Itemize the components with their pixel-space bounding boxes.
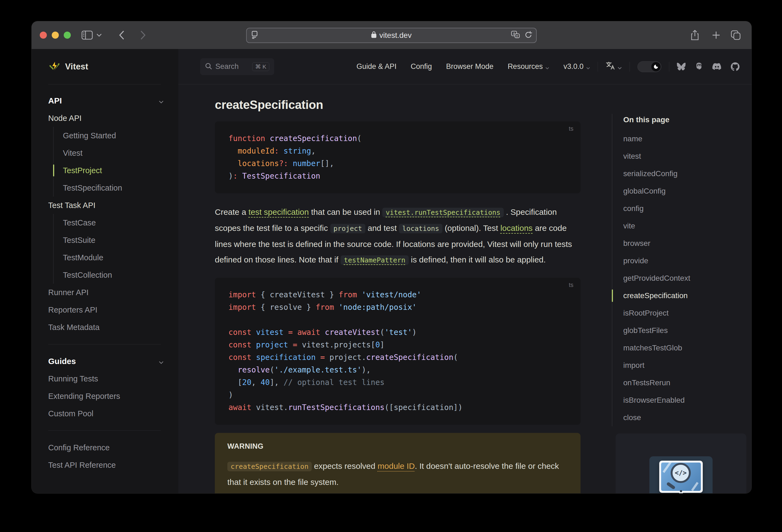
reader-icon[interactable]	[251, 31, 258, 40]
outline-item-matchestestglob[interactable]: matchesTestGlob	[623, 339, 748, 357]
sidebar-item-testspecification[interactable]: TestSpecification	[58, 179, 178, 197]
outline-item-serializedconfig[interactable]: serializedConfig	[623, 165, 748, 182]
code-line: import { createVitest } from 'vitest/nod…	[228, 289, 567, 301]
doc-link[interactable]: locations	[500, 223, 533, 233]
discord-icon[interactable]	[712, 63, 721, 71]
reload-icon[interactable]	[525, 31, 532, 40]
site-header: Search ⌘ K Guide & APIConfigBrowser Mode…	[178, 49, 751, 84]
mastodon-icon[interactable]	[695, 62, 703, 71]
outline-item-globalconfig[interactable]: globalConfig	[623, 182, 748, 200]
sidebar-item-testcase[interactable]: TestCase	[58, 214, 178, 232]
github-icon[interactable]	[731, 62, 740, 71]
language-menu[interactable]	[606, 61, 622, 72]
sidebar-item-testproject[interactable]: TestProject	[58, 162, 178, 179]
sidebar-item-api[interactable]: API	[32, 92, 178, 109]
outline-item-config[interactable]: config	[623, 200, 748, 217]
outline-item-vitest[interactable]: vitest	[623, 148, 748, 165]
zoom-window-button[interactable]	[64, 32, 71, 39]
translate-icon[interactable]: A 文	[511, 31, 520, 40]
outline-item-name[interactable]: name	[623, 130, 748, 148]
outline-aside: On this page namevitestserializedConfigg…	[612, 84, 748, 493]
doc-content: createSpecification ts function createSp…	[215, 84, 580, 493]
outline-item-browser[interactable]: browser	[623, 235, 748, 252]
search-label: Search	[215, 62, 239, 71]
inline-code-link[interactable]: vitest.runTestSpecifications	[382, 208, 503, 217]
sidebar-item-test-api-reference[interactable]: Test API Reference	[32, 456, 178, 474]
sidebar-item-label: Custom Pool	[48, 409, 94, 418]
doc-link[interactable]: module ID	[378, 461, 415, 470]
sidebar-item-config-reference[interactable]: Config Reference	[32, 439, 178, 456]
sidebar-item-extending-reporters[interactable]: Extending Reporters	[32, 387, 178, 405]
sidebar-item-custom-pool[interactable]: Custom Pool	[32, 405, 178, 422]
lock-icon	[371, 31, 377, 40]
forward-icon[interactable]	[140, 21, 146, 49]
sidebar-item-label: Test API Reference	[48, 461, 116, 470]
sidebar-item-testmodule[interactable]: TestModule	[58, 249, 178, 266]
sidebar-item-reporters-api[interactable]: Reporters API	[32, 301, 178, 319]
code-line: import { resolve } from 'node:path/posix…	[228, 301, 567, 314]
sidebar-item-testcollection[interactable]: TestCollection	[58, 266, 178, 284]
sidebar-item-task-metadata[interactable]: Task Metadata	[32, 319, 178, 336]
close-window-button[interactable]	[40, 32, 47, 39]
sidebar-item-runner-api[interactable]: Runner API	[32, 284, 178, 301]
chevron-down-icon	[545, 63, 549, 71]
magnifier-code-icon: </>	[671, 463, 691, 483]
nav-link-label: Guide & API	[356, 62, 396, 71]
nav-link-resources[interactable]: Resources	[507, 62, 549, 71]
code-block-signature: ts function createSpecification( moduleI…	[215, 121, 580, 193]
sidebar-item-node-api[interactable]: Node API	[32, 109, 178, 127]
bluesky-icon[interactable]	[677, 63, 686, 71]
inline-code-link[interactable]: testNamePattern	[341, 255, 409, 265]
minimize-window-button[interactable]	[52, 32, 59, 39]
code-line: [20, 40], // optional test lines	[228, 376, 567, 389]
outline-item-globtestfiles[interactable]: globTestFiles	[623, 322, 748, 339]
code-line	[228, 314, 567, 326]
theme-toggle[interactable]	[637, 61, 662, 72]
site-logo[interactable]: Vitest	[32, 49, 178, 84]
code-line: ): TestSpecification	[228, 170, 567, 182]
doc-link[interactable]: test specification	[248, 208, 309, 216]
outline-item-getprovidedcontext[interactable]: getProvidedContext	[623, 270, 748, 287]
page-title: createSpecification	[215, 98, 580, 112]
outline-item-provide[interactable]: provide	[623, 252, 748, 270]
sidebar-divider	[48, 344, 161, 345]
code-lang-badge: ts	[569, 282, 573, 289]
search-button[interactable]: Search ⌘ K	[200, 58, 274, 75]
outline-item-isbrowserenabled[interactable]: isBrowserEnabled	[623, 391, 748, 409]
sidebar-item-label: Runner API	[48, 288, 88, 297]
outline-item-import[interactable]: import	[623, 357, 748, 374]
outline-item-isrootproject[interactable]: isRootProject	[623, 305, 748, 322]
nav-link-config[interactable]: Config	[411, 62, 432, 71]
outline-item-close[interactable]: close	[623, 409, 748, 426]
inline-code: createSpecification	[227, 462, 312, 471]
sidebar-item-guides[interactable]: Guides	[32, 353, 178, 370]
nav-link-guide-api[interactable]: Guide & API	[356, 62, 396, 71]
sidebar-item-label: Guides	[48, 357, 76, 366]
sidebar-divider	[48, 430, 161, 431]
moon-icon	[651, 62, 661, 71]
outline-item-vite[interactable]: vite	[623, 217, 748, 235]
sidebar-item-label: Test Task API	[48, 201, 96, 210]
nav-divider	[598, 62, 598, 72]
sidebar-item-getting-started[interactable]: Getting Started	[58, 127, 178, 144]
sidebar-item-running-tests[interactable]: Running Tests	[32, 370, 178, 387]
sponsor-card[interactable]: </>	[616, 433, 746, 493]
back-icon[interactable]	[119, 21, 125, 49]
sidebar-item-vitest[interactable]: Vitest	[58, 144, 178, 162]
toolbar-chevron-down-icon[interactable]	[96, 21, 102, 49]
code-line: const vitest = await createVitest('test'…	[228, 326, 567, 339]
nav-link-label: Config	[411, 62, 432, 71]
sidebar-toggle-icon[interactable]	[81, 21, 93, 49]
outline-item-ontestsrerun[interactable]: onTestsRerun	[623, 374, 748, 391]
url-text[interactable]: vitest.dev	[379, 31, 412, 40]
outline-item-createspecification[interactable]: createSpecification	[623, 287, 748, 305]
share-icon[interactable]	[690, 21, 699, 49]
nav-link-v3-0-0[interactable]: v3.0.0	[563, 62, 590, 71]
tabs-overview-icon[interactable]	[730, 21, 741, 49]
sidebar-item-testsuite[interactable]: TestSuite	[58, 232, 178, 249]
nav-link-browser-mode[interactable]: Browser Mode	[446, 62, 493, 71]
sidebar-item-test-task-api[interactable]: Test Task API	[32, 197, 178, 214]
code-line: await vitest.runTestSpecifications([spec…	[228, 401, 567, 414]
new-tab-icon[interactable]	[712, 21, 720, 49]
address-bar[interactable]: vitest.dev A 文	[246, 28, 537, 43]
